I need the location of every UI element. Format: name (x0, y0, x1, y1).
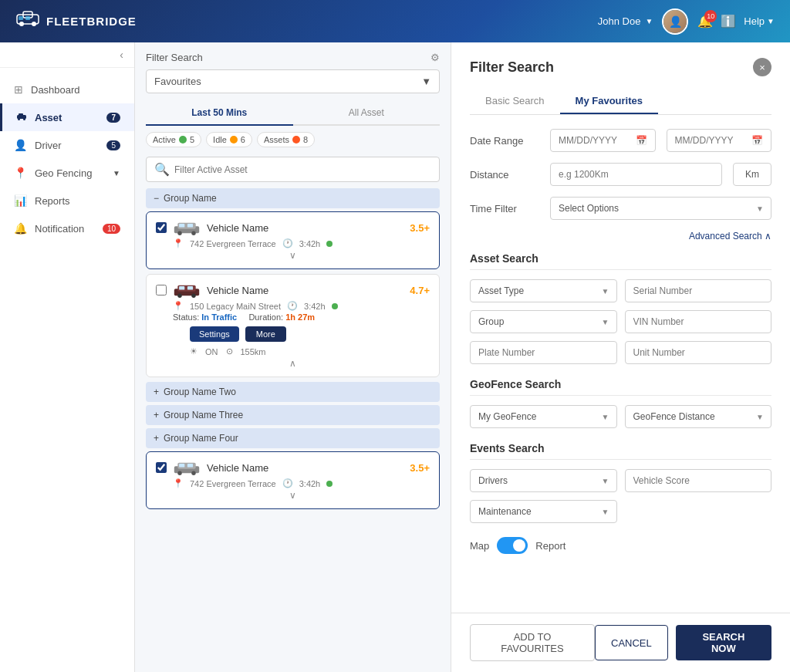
vehicle-car-icon-1 (173, 220, 201, 235)
date-from-input[interactable]: 📅 (550, 129, 656, 152)
group-header-four[interactable]: + Group Name Four (146, 428, 440, 448)
svg-rect-12 (179, 224, 184, 228)
chevron-down-icon-geo: ▼ (113, 169, 120, 177)
sidebar-item-reports[interactable]: 📊 Reports (0, 187, 134, 214)
time-filter-select-wrapper[interactable]: Select Options (550, 197, 771, 220)
tab-basic-search[interactable]: Basic Search (470, 89, 560, 114)
svg-point-27 (191, 471, 195, 475)
search-input[interactable] (174, 164, 431, 175)
add-to-favourites-button[interactable]: ADD TO FAVOURITES (470, 624, 595, 661)
date-to-field[interactable] (675, 135, 749, 146)
active-count: 5 (190, 135, 194, 144)
right-panel: Filter Search × Basic Search My Favourit… (451, 42, 790, 672)
km-label: Km (745, 169, 759, 180)
plate-number-input[interactable] (470, 341, 617, 364)
my-geofence-wrapper[interactable]: My GeoFence (470, 405, 617, 428)
vehicle-card-collapse-bottom[interactable]: ∨ (156, 490, 430, 501)
settings-button[interactable]: Settings (190, 326, 239, 342)
sidebar-item-geo-fencing[interactable]: 📍 Geo Fencing ▼ (0, 159, 134, 187)
plate-number-field[interactable] (478, 347, 609, 358)
serial-number-field[interactable] (633, 285, 764, 296)
vin-number-field[interactable] (633, 316, 764, 327)
status-chip-active[interactable]: Active 5 (146, 132, 201, 147)
vehicle-checkbox-1[interactable] (156, 222, 167, 233)
filter-footer: ADD TO FAVOURITES CANCEL SEARCH NOW (451, 613, 790, 672)
asset-search-row3 (470, 341, 771, 364)
asset-search-row2: Group (470, 310, 771, 333)
filter-search-bar[interactable]: 🔍 (146, 157, 440, 182)
idle-dot (230, 136, 238, 144)
logo-text: FLEETBRIDGE (46, 15, 137, 28)
active-dot (179, 136, 187, 144)
tab-last50[interactable]: Last 50 Mins (146, 101, 293, 126)
asset-type-wrapper[interactable]: Asset Type (470, 279, 617, 302)
geo-fencing-icon: 📍 (14, 167, 27, 179)
geofence-distance-wrapper[interactable]: GeoFence Distance (625, 405, 772, 428)
avatar[interactable]: 👤 (662, 8, 688, 35)
date-from-field[interactable] (559, 135, 633, 146)
date-to-input[interactable]: 📅 (667, 129, 772, 152)
user-info[interactable]: John Doe ▼ (598, 15, 653, 27)
unit-number-field[interactable] (633, 347, 764, 358)
serial-number-input[interactable] (625, 279, 772, 302)
tab-my-favourites[interactable]: My Favourites (560, 89, 658, 114)
advanced-search-link[interactable]: Advanced Search ∧ (470, 231, 771, 241)
group-expand-icon-three: + (154, 410, 159, 420)
group-wrapper[interactable]: Group (470, 310, 617, 333)
group-header-three[interactable]: + Group Name Three (146, 405, 440, 425)
favourites-dropdown[interactable]: Favourites ▼ (146, 69, 440, 93)
sidebar-item-driver[interactable]: 👤 Driver 5 (0, 131, 134, 159)
vehicle-score-field[interactable] (633, 475, 764, 486)
vehicle-info-1: 📍 742 Evergreen Terrace 🕐 3:42h (156, 238, 430, 248)
reports-icon: 📊 (14, 194, 27, 207)
asset-type-select[interactable]: Asset Type (470, 279, 617, 302)
calendar-icon-to: 📅 (751, 135, 763, 146)
geofence-distance-select[interactable]: GeoFence Distance (625, 405, 772, 428)
vehicle-checkbox-2[interactable] (156, 285, 167, 295)
drivers-select[interactable]: Drivers (470, 469, 617, 492)
my-geofence-select[interactable]: My GeoFence (470, 405, 617, 428)
status-chip-idle[interactable]: Idle 6 (206, 132, 252, 147)
time-filter-select[interactable]: Select Options (550, 197, 771, 220)
vehicle-checkbox-bottom[interactable] (156, 462, 167, 473)
distance-field[interactable] (559, 169, 714, 180)
unit-number-input[interactable] (625, 341, 772, 364)
vehicle-time-2: 3:42h (304, 302, 326, 311)
group-header-main[interactable]: − Group Name (146, 188, 440, 208)
filter-tabs: Basic Search My Favourites (470, 89, 771, 115)
close-button[interactable]: × (753, 58, 771, 76)
distance-input[interactable] (550, 163, 722, 186)
svg-rect-5 (25, 16, 30, 20)
vehicle-card-collapse-2[interactable]: ∧ (156, 358, 430, 369)
group-expand-icon: − (154, 193, 159, 204)
sidebar: ‹ ⊞ Dashboard Asset 7 👤 (0, 42, 135, 672)
vin-number-input[interactable] (625, 310, 772, 333)
maintenance-select[interactable]: Maintenance (470, 500, 617, 523)
svg-rect-18 (179, 286, 184, 290)
filter-icon[interactable]: ⚙ (430, 52, 440, 63)
sidebar-item-notification[interactable]: 🔔 Notification 10 (0, 214, 134, 242)
more-button[interactable]: More (245, 326, 286, 342)
user-name: John Doe (598, 15, 641, 27)
map-report-toggle[interactable] (497, 537, 528, 554)
sidebar-item-asset[interactable]: Asset 7 (0, 103, 134, 131)
group-header-two[interactable]: + Group Name Two (146, 382, 440, 402)
drivers-wrapper[interactable]: Drivers (470, 469, 617, 492)
search-now-button[interactable]: SEARCH NOW (676, 625, 771, 660)
cancel-button[interactable]: CANCEL (595, 625, 668, 660)
vehicle-card-collapse-1[interactable]: ∨ (156, 250, 430, 261)
tab-allasset[interactable]: All Asset (293, 101, 441, 124)
maintenance-wrapper[interactable]: Maintenance (470, 500, 617, 523)
group-header-label-three: Group Name Three (164, 410, 243, 420)
status-chip-assets[interactable]: Assets 8 (257, 132, 315, 147)
help-button[interactable]: Help ▼ (744, 15, 775, 27)
notification-bell[interactable]: 🔔 10 (697, 14, 713, 29)
info-icon[interactable]: ℹ️ (721, 14, 736, 29)
vehicle-score-input[interactable] (625, 469, 772, 492)
sidebar-collapse-button[interactable]: ‹ (0, 42, 134, 68)
header-right: John Doe ▼ 👤 🔔 10 ℹ️ Help ▼ (598, 8, 775, 35)
sidebar-item-dashboard[interactable]: ⊞ Dashboard (0, 76, 134, 103)
group-select[interactable]: Group (470, 310, 617, 333)
chevron-down-icon: ▼ (645, 17, 653, 25)
vehicle-top-2: Vehicle Name 4.7+ (156, 282, 430, 298)
